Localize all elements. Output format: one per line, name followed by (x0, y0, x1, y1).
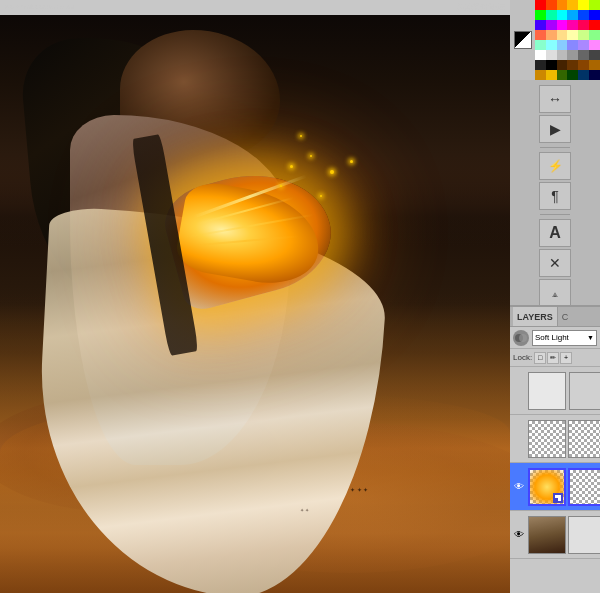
layer-item-3[interactable]: 👁 (510, 463, 600, 511)
swatch-cell[interactable] (557, 40, 568, 50)
layer-item-1[interactable] (510, 367, 600, 415)
swatch-cell[interactable] (578, 70, 589, 80)
swatch-cell[interactable] (535, 60, 546, 70)
layer-eye-2[interactable] (512, 432, 526, 446)
tool-usb[interactable]: ⚡ (539, 152, 571, 180)
lock-paint[interactable]: ✏ (547, 352, 559, 364)
lock-position[interactable]: + (560, 352, 572, 364)
tool-transform[interactable]: ✕ (539, 249, 571, 277)
spark-4 (280, 185, 282, 187)
spark-3 (330, 170, 334, 174)
main-canvas[interactable]: ✦ ✦ ✦ ✦ ✦ (0, 15, 510, 593)
swatch-cell[interactable] (578, 20, 589, 30)
layers-panel: LAYERS C Soft Light ▼ Lock: □ ✏ + (510, 305, 600, 593)
swatch-cell[interactable] (589, 40, 600, 50)
swatch-cell[interactable] (589, 20, 600, 30)
blend-mode-dropdown[interactable]: Soft Light ▼ (532, 330, 597, 346)
swatch-cell[interactable] (589, 30, 600, 40)
wings (170, 175, 330, 295)
spark-6 (300, 135, 302, 137)
watermark-right: 思缘设计论坛 (457, 2, 505, 13)
swatch-cell[interactable] (557, 20, 568, 30)
layers-header: LAYERS C (510, 307, 600, 327)
swatch-cell[interactable] (535, 20, 546, 30)
swatch-cell[interactable] (578, 30, 589, 40)
swatch-cell[interactable] (589, 10, 600, 20)
lock-row: Lock: □ ✏ + (510, 349, 600, 367)
swatch-cell[interactable] (589, 70, 600, 80)
swatch-cell[interactable] (535, 30, 546, 40)
lock-transparency[interactable]: □ (534, 352, 546, 364)
tool-move[interactable]: ↔ (539, 85, 571, 113)
layer-thumb-3 (528, 468, 566, 506)
layer-mask-4 (568, 516, 600, 554)
layers-tab[interactable]: LAYERS (513, 307, 558, 326)
swatch-cell[interactable] (557, 30, 568, 40)
layer-eye-3[interactable]: 👁 (512, 480, 526, 494)
swatch-cell[interactable] (567, 50, 578, 60)
swatch-cell[interactable] (567, 60, 578, 70)
layer-eye-1[interactable] (512, 384, 526, 398)
layer-mask-1 (569, 372, 600, 410)
right-panel: ↔ ▶ ⚡ ¶ A ✕ ⟁ LAYERS C (510, 0, 600, 593)
swatch-cell[interactable] (557, 10, 568, 20)
layer-wings-mask-checker (570, 470, 600, 504)
swatch-cell[interactable] (567, 70, 578, 80)
swatch-cell[interactable] (546, 60, 557, 70)
swatch-cell[interactable] (535, 70, 546, 80)
swatch-grid[interactable] (535, 0, 600, 80)
canvas-area[interactable]: www.missyuan.com 思缘设计论坛 (0, 0, 510, 593)
separator-2 (540, 214, 570, 215)
spark-1 (290, 165, 293, 168)
swatch-cell[interactable] (578, 60, 589, 70)
swatch-cell[interactable] (589, 60, 600, 70)
swatch-cell[interactable] (546, 10, 557, 20)
swatch-cell[interactable] (546, 40, 557, 50)
swatch-cell[interactable] (546, 30, 557, 40)
swatch-cell[interactable] (557, 0, 568, 10)
layers-tab-other[interactable]: C (558, 312, 573, 322)
layer-item-4[interactable]: 👁 (510, 511, 600, 559)
swatch-cell[interactable] (535, 50, 546, 60)
layer-thumb-1 (528, 372, 566, 410)
layer-thumb-4 (528, 516, 566, 554)
swatch-cell[interactable] (567, 40, 578, 50)
tool-paragraph[interactable]: ¶ (539, 182, 571, 210)
blend-mode-row: Soft Light ▼ (510, 327, 600, 349)
foreground-background-swatch[interactable] (514, 31, 532, 49)
blend-mode-icon (513, 330, 529, 346)
tool-warp[interactable]: ⟁ (539, 279, 571, 307)
layer-mask-3 (568, 468, 600, 506)
swatch-cell[interactable] (567, 10, 578, 20)
swatch-cell[interactable] (535, 10, 546, 20)
swatch-cell[interactable] (578, 40, 589, 50)
swatch-cell[interactable] (546, 0, 557, 10)
spark-2 (310, 155, 312, 157)
spark-7 (320, 195, 322, 197)
swatch-cell[interactable] (557, 60, 568, 70)
swatch-cell[interactable] (546, 50, 557, 60)
swatch-cell[interactable] (546, 20, 557, 30)
swatch-cell[interactable] (557, 70, 568, 80)
tool-play[interactable]: ▶ (539, 115, 571, 143)
swatch-cell[interactable] (535, 0, 546, 10)
swatch-cell[interactable] (567, 0, 578, 10)
layer-eye-4[interactable]: 👁 (512, 528, 526, 542)
swatch-cell[interactable] (546, 70, 557, 80)
swatch-cell[interactable] (578, 50, 589, 60)
swatch-cell[interactable] (589, 0, 600, 10)
layer-item-2[interactable] (510, 415, 600, 463)
tool-text[interactable]: A (539, 219, 571, 247)
color-swatches[interactable] (510, 0, 600, 80)
swatch-cell[interactable] (578, 0, 589, 10)
swatch-cell[interactable] (589, 50, 600, 60)
layer-checker-mask (569, 421, 600, 457)
layer-checker (529, 421, 565, 457)
swatch-cell[interactable] (567, 30, 578, 40)
lock-icons: □ ✏ + (534, 352, 572, 364)
swatch-cell[interactable] (557, 50, 568, 60)
swatch-cell[interactable] (535, 40, 546, 50)
layer-thumb-2 (528, 420, 566, 458)
swatch-cell[interactable] (567, 20, 578, 30)
swatch-cell[interactable] (578, 10, 589, 20)
